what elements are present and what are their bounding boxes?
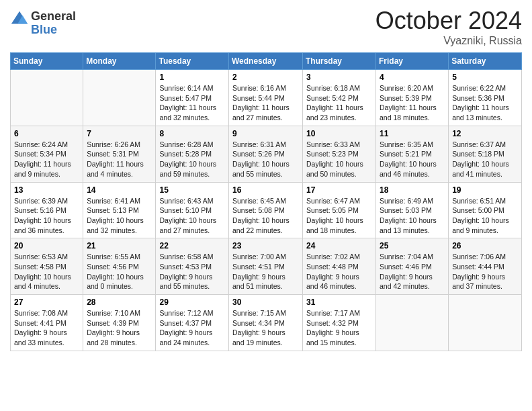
calendar-day-9: 9Sunrise: 6:31 AM Sunset: 5:26 PM Daylig…: [229, 126, 303, 182]
calendar-day-20: 20Sunrise: 6:53 AM Sunset: 4:58 PM Dayli…: [11, 238, 83, 295]
calendar-table: SundayMondayTuesdayWednesdayThursdayFrid…: [10, 52, 522, 351]
calendar-day-16: 16Sunrise: 6:45 AM Sunset: 5:08 PM Dayli…: [229, 182, 303, 238]
day-info: Sunrise: 6:49 AM Sunset: 5:03 PM Dayligh…: [380, 196, 445, 236]
day-info: Sunrise: 7:15 AM Sunset: 4:34 PM Dayligh…: [232, 308, 299, 348]
calendar-day-27: 27Sunrise: 7:08 AM Sunset: 4:41 PM Dayli…: [11, 295, 83, 351]
month-title: October 2024: [375, 7, 522, 35]
calendar-day-31: 31Sunrise: 7:17 AM Sunset: 4:32 PM Dayli…: [303, 295, 376, 351]
calendar-day-12: 12Sunrise: 6:37 AM Sunset: 5:18 PM Dayli…: [449, 126, 522, 182]
day-number: 6: [14, 129, 79, 138]
day-number: 4: [380, 73, 445, 82]
calendar-day-23: 23Sunrise: 7:00 AM Sunset: 4:51 PM Dayli…: [229, 238, 303, 295]
page-container: General Blue October 2024 Vyazniki, Russ…: [0, 0, 532, 361]
day-number: 15: [159, 185, 225, 195]
calendar-day-13: 13Sunrise: 6:39 AM Sunset: 5:16 PM Dayli…: [11, 182, 83, 238]
calendar-empty-cell: [449, 295, 522, 351]
day-info: Sunrise: 7:08 AM Sunset: 4:41 PM Dayligh…: [14, 308, 79, 348]
calendar-day-19: 19Sunrise: 6:51 AM Sunset: 5:00 PM Dayli…: [449, 182, 522, 238]
title-block: October 2024 Vyazniki, Russia: [375, 7, 522, 47]
calendar-day-17: 17Sunrise: 6:47 AM Sunset: 5:05 PM Dayli…: [303, 182, 376, 238]
calendar-day-24: 24Sunrise: 7:02 AM Sunset: 4:48 PM Dayli…: [303, 238, 376, 295]
calendar-day-18: 18Sunrise: 6:49 AM Sunset: 5:03 PM Dayli…: [376, 182, 449, 238]
calendar-day-1: 1Sunrise: 6:14 AM Sunset: 5:47 PM Daylig…: [156, 70, 229, 126]
day-number: 26: [452, 241, 518, 250]
day-number: 27: [14, 298, 79, 307]
calendar-day-3: 3Sunrise: 6:18 AM Sunset: 5:42 PM Daylig…: [303, 70, 376, 126]
day-info: Sunrise: 7:12 AM Sunset: 4:37 PM Dayligh…: [159, 308, 225, 348]
calendar-day-28: 28Sunrise: 7:10 AM Sunset: 4:39 PM Dayli…: [83, 295, 156, 351]
day-number: 23: [232, 241, 299, 250]
calendar-header-friday: Friday: [376, 53, 449, 70]
calendar-week-row: 20Sunrise: 6:53 AM Sunset: 4:58 PM Dayli…: [11, 238, 522, 295]
calendar-day-8: 8Sunrise: 6:28 AM Sunset: 5:28 PM Daylig…: [156, 126, 229, 182]
day-info: Sunrise: 6:51 AM Sunset: 5:00 PM Dayligh…: [452, 196, 518, 236]
day-number: 16: [232, 185, 299, 195]
day-number: 12: [452, 129, 518, 138]
calendar-day-2: 2Sunrise: 6:16 AM Sunset: 5:44 PM Daylig…: [229, 70, 303, 126]
day-info: Sunrise: 6:53 AM Sunset: 4:58 PM Dayligh…: [14, 252, 79, 291]
calendar-header-tuesday: Tuesday: [156, 53, 229, 70]
calendar-week-row: 1Sunrise: 6:14 AM Sunset: 5:47 PM Daylig…: [11, 70, 522, 126]
day-number: 2: [232, 73, 299, 82]
day-number: 20: [14, 241, 79, 250]
day-info: Sunrise: 7:00 AM Sunset: 4:51 PM Dayligh…: [232, 252, 299, 291]
day-info: Sunrise: 7:02 AM Sunset: 4:48 PM Dayligh…: [306, 252, 372, 291]
calendar-day-30: 30Sunrise: 7:15 AM Sunset: 4:34 PM Dayli…: [229, 295, 303, 351]
day-number: 13: [14, 185, 79, 195]
calendar-day-26: 26Sunrise: 7:06 AM Sunset: 4:44 PM Dayli…: [449, 238, 522, 295]
day-info: Sunrise: 6:55 AM Sunset: 4:56 PM Dayligh…: [87, 252, 152, 291]
logo-text: General Blue: [31, 10, 76, 37]
day-info: Sunrise: 6:24 AM Sunset: 5:34 PM Dayligh…: [14, 140, 79, 179]
day-info: Sunrise: 6:33 AM Sunset: 5:23 PM Dayligh…: [306, 140, 372, 179]
day-number: 19: [452, 185, 518, 195]
day-number: 7: [87, 129, 152, 138]
calendar-week-row: 6Sunrise: 6:24 AM Sunset: 5:34 PM Daylig…: [11, 126, 522, 182]
day-info: Sunrise: 6:41 AM Sunset: 5:13 PM Dayligh…: [87, 196, 152, 236]
day-info: Sunrise: 6:22 AM Sunset: 5:36 PM Dayligh…: [452, 83, 518, 123]
calendar-day-7: 7Sunrise: 6:26 AM Sunset: 5:31 PM Daylig…: [83, 126, 156, 182]
day-info: Sunrise: 6:31 AM Sunset: 5:26 PM Dayligh…: [232, 140, 299, 179]
day-number: 21: [87, 241, 152, 250]
calendar-day-6: 6Sunrise: 6:24 AM Sunset: 5:34 PM Daylig…: [11, 126, 83, 182]
day-number: 31: [306, 298, 372, 307]
day-info: Sunrise: 6:37 AM Sunset: 5:18 PM Dayligh…: [452, 140, 518, 179]
calendar-header-monday: Monday: [83, 53, 156, 70]
calendar-day-22: 22Sunrise: 6:58 AM Sunset: 4:53 PM Dayli…: [156, 238, 229, 295]
day-number: 30: [232, 298, 299, 307]
calendar-header-thursday: Thursday: [303, 53, 376, 70]
day-number: 25: [380, 241, 445, 250]
calendar-week-row: 27Sunrise: 7:08 AM Sunset: 4:41 PM Dayli…: [11, 295, 522, 351]
day-info: Sunrise: 6:28 AM Sunset: 5:28 PM Dayligh…: [159, 140, 225, 179]
day-info: Sunrise: 6:39 AM Sunset: 5:16 PM Dayligh…: [14, 196, 79, 236]
day-number: 22: [159, 241, 225, 250]
day-number: 14: [87, 185, 152, 195]
calendar-day-15: 15Sunrise: 6:43 AM Sunset: 5:10 PM Dayli…: [156, 182, 229, 238]
logo-general: General: [31, 10, 76, 24]
day-number: 9: [232, 129, 299, 138]
calendar-day-29: 29Sunrise: 7:12 AM Sunset: 4:37 PM Dayli…: [156, 295, 229, 351]
day-number: 17: [306, 185, 372, 195]
calendar-day-4: 4Sunrise: 6:20 AM Sunset: 5:39 PM Daylig…: [376, 70, 449, 126]
day-number: 18: [380, 185, 445, 195]
day-info: Sunrise: 6:16 AM Sunset: 5:44 PM Dayligh…: [232, 83, 299, 123]
calendar-empty-cell: [83, 70, 156, 126]
calendar-day-14: 14Sunrise: 6:41 AM Sunset: 5:13 PM Dayli…: [83, 182, 156, 238]
day-info: Sunrise: 6:18 AM Sunset: 5:42 PM Dayligh…: [306, 83, 372, 123]
calendar-header-sunday: Sunday: [11, 53, 83, 70]
calendar-week-row: 13Sunrise: 6:39 AM Sunset: 5:16 PM Dayli…: [11, 182, 522, 238]
day-number: 5: [452, 73, 518, 82]
day-info: Sunrise: 6:20 AM Sunset: 5:39 PM Dayligh…: [380, 83, 445, 123]
day-info: Sunrise: 6:47 AM Sunset: 5:05 PM Dayligh…: [306, 196, 372, 236]
logo-icon: [10, 10, 29, 29]
day-number: 1: [159, 73, 225, 82]
day-info: Sunrise: 7:10 AM Sunset: 4:39 PM Dayligh…: [87, 308, 152, 348]
day-info: Sunrise: 7:04 AM Sunset: 4:46 PM Dayligh…: [380, 252, 445, 291]
logo: General Blue: [10, 10, 76, 37]
day-info: Sunrise: 6:58 AM Sunset: 4:53 PM Dayligh…: [159, 252, 225, 291]
calendar-header-wednesday: Wednesday: [229, 53, 303, 70]
calendar-day-21: 21Sunrise: 6:55 AM Sunset: 4:56 PM Dayli…: [83, 238, 156, 295]
page-header: General Blue October 2024 Vyazniki, Russ…: [10, 7, 522, 47]
day-number: 24: [306, 241, 372, 250]
calendar-day-10: 10Sunrise: 6:33 AM Sunset: 5:23 PM Dayli…: [303, 126, 376, 182]
day-number: 8: [159, 129, 225, 138]
